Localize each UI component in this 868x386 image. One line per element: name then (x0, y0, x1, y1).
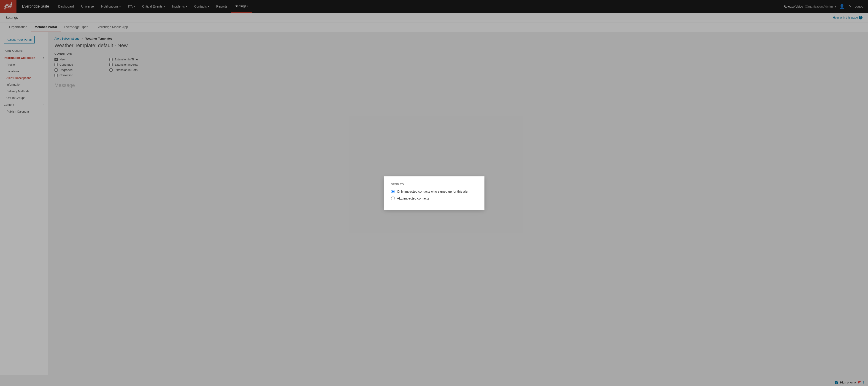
radio-option-all[interactable]: ALL impacted contacts (391, 197, 477, 200)
modal-overlay: SEND TO: Only impacted contacts who sign… (0, 0, 868, 375)
radio-all-label: ALL impacted contacts (397, 197, 429, 200)
radio-option-signed-up[interactable]: Only impacted contacts who signed up for… (391, 190, 477, 193)
radio-all[interactable] (391, 197, 395, 200)
send-to-label: SEND TO: (391, 183, 477, 186)
radio-signed-up-label: Only impacted contacts who signed up for… (397, 190, 470, 193)
send-to-modal: SEND TO: Only impacted contacts who sign… (384, 176, 485, 210)
radio-signed-up[interactable] (391, 190, 395, 193)
